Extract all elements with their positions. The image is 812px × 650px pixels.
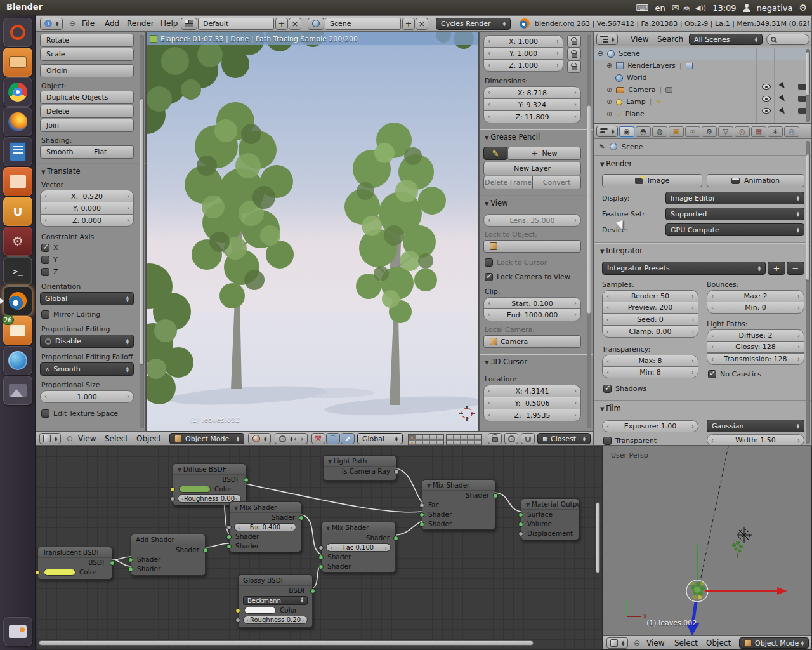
transparency-min-field[interactable]: Min: 8 bbox=[602, 366, 698, 378]
volume-icon[interactable]: ◀)) bbox=[695, 4, 706, 12]
mode-select[interactable]: Object Mode bbox=[169, 433, 244, 444]
glossy-bounces-field[interactable]: Glossy: 128 bbox=[707, 341, 804, 353]
node-light-path[interactable]: Light Path Is Camera Ray bbox=[323, 455, 396, 481]
socket-in-color[interactable] bbox=[235, 608, 240, 613]
socket-out-bsdf[interactable] bbox=[244, 477, 249, 482]
transform-orientation-select[interactable]: Global bbox=[357, 433, 403, 444]
convert-button[interactable]: Convert bbox=[533, 176, 581, 189]
tab-particles[interactable]: ∗ bbox=[768, 126, 783, 137]
launcher-updates-icon[interactable]: 26 bbox=[3, 316, 32, 345]
node-add-shader[interactable]: Add Shader Shader Shader Shader bbox=[131, 534, 206, 576]
viewport-menu-select[interactable]: Select bbox=[105, 434, 128, 443]
viewport-menu-view[interactable]: View bbox=[78, 434, 96, 443]
launcher-globe-icon[interactable] bbox=[3, 346, 32, 375]
cursor-x-field[interactable]: X: 4.3141 bbox=[483, 385, 581, 397]
scale-x-field[interactable]: X: 1.000 bbox=[483, 35, 563, 48]
translate-panel-header[interactable]: Translate bbox=[41, 167, 80, 176]
viewport-3d[interactable]: Elapsed: 01:07.33 | Done | Path Tracing … bbox=[146, 32, 479, 432]
socket-out-shader[interactable] bbox=[203, 548, 208, 553]
eye-icon[interactable] bbox=[762, 96, 771, 102]
socket-in-color[interactable] bbox=[170, 487, 175, 492]
editor-type-button[interactable]: i bbox=[40, 18, 63, 30]
viewport-shading-select[interactable] bbox=[248, 433, 271, 444]
launcher-tools-icon[interactable]: ⚙ bbox=[3, 227, 32, 256]
launcher-blender-icon[interactable] bbox=[3, 286, 32, 315]
tab-scene[interactable]: ◓ bbox=[636, 126, 651, 137]
film-panel-header[interactable]: Film bbox=[600, 404, 621, 413]
filter-width-field[interactable]: Width: 1.50 bbox=[707, 434, 804, 446]
render-animation-button[interactable]: Animation bbox=[707, 174, 804, 187]
filter-type-select[interactable]: Gaussian bbox=[707, 420, 804, 432]
node-glossy-bsdf[interactable]: Glossy BSDF BSDF Beckmann Color Roughnes… bbox=[238, 574, 313, 628]
tool-shelf-scrollbar[interactable] bbox=[140, 35, 144, 428]
scene-close-button[interactable]: × bbox=[416, 18, 428, 30]
tab-modifiers[interactable]: ⚙ bbox=[702, 126, 717, 137]
network-wifi-icon[interactable]: ((( bbox=[684, 6, 691, 10]
session-user[interactable]: negativa bbox=[757, 3, 793, 13]
scene-add-button[interactable]: + bbox=[402, 18, 415, 30]
grease-pencil-new-button[interactable]: +New bbox=[508, 147, 581, 160]
outliner-editor-type-button[interactable] bbox=[596, 34, 618, 45]
scale-x-lock-button[interactable] bbox=[567, 35, 581, 48]
integrator-panel-header[interactable]: Integrator bbox=[600, 246, 643, 255]
viewport-menu-object[interactable]: Object bbox=[136, 434, 161, 443]
layers-grid-2[interactable] bbox=[446, 434, 482, 446]
keyboard-layout[interactable]: en bbox=[655, 3, 665, 13]
glossy-distribution-select[interactable]: Beckmann bbox=[243, 596, 308, 605]
shade-smooth-button[interactable]: Smooth bbox=[40, 145, 88, 159]
outliner-menu-view[interactable]: View bbox=[631, 35, 648, 44]
proportional-editing-select[interactable]: Disable bbox=[40, 335, 134, 348]
render-panel-header[interactable]: Render bbox=[600, 159, 632, 168]
node-material-output[interactable]: Material Outpu Surface Volume Displaceme… bbox=[521, 498, 579, 540]
samples-render-field[interactable]: Render: 50 bbox=[602, 290, 698, 302]
node-mix-shader-3[interactable]: Mix Shader Shader Fac Shader Shader bbox=[422, 479, 495, 530]
socket-in-displacement[interactable] bbox=[518, 531, 523, 536]
samples-clamp-field[interactable]: Clamp: 0.00 bbox=[602, 326, 698, 338]
display-select[interactable]: Image Editor bbox=[665, 192, 804, 204]
integrator-presets-select[interactable]: Integrator Presets bbox=[602, 262, 766, 275]
pin-icon[interactable]: ✒ bbox=[597, 141, 608, 152]
tab-render[interactable]: ◉ bbox=[619, 126, 634, 137]
mini-menu-object[interactable]: Object bbox=[706, 639, 731, 647]
launcher-writer-icon[interactable] bbox=[3, 137, 32, 166]
snap-toggle-button[interactable] bbox=[521, 433, 535, 444]
scale-y-lock-button[interactable] bbox=[567, 48, 581, 60]
properties-editor-type-button[interactable] bbox=[596, 126, 618, 137]
outliner-search-field[interactable] bbox=[766, 34, 809, 45]
tree-expand-icon[interactable]: ⊕ bbox=[606, 98, 612, 106]
tab-texture[interactable]: ▦ bbox=[751, 126, 766, 137]
falloff-select[interactable]: ∧Smooth bbox=[40, 362, 134, 376]
tab-world[interactable]: ◍ bbox=[652, 126, 667, 137]
outliner-menu-search[interactable]: Search bbox=[657, 35, 683, 44]
translucent-color-swatch[interactable] bbox=[44, 569, 75, 576]
translate-z-field[interactable]: Z: 0.000 bbox=[40, 214, 134, 227]
lock-camera-to-view-checkbox[interactable] bbox=[485, 273, 493, 281]
launcher-screenshot-icon[interactable] bbox=[3, 617, 32, 646]
socket-in-shader2[interactable] bbox=[318, 564, 324, 569]
exposure-field[interactable]: Exposure: 1.00 bbox=[602, 420, 698, 432]
socket-in-shader2[interactable] bbox=[419, 522, 424, 527]
layers-grid-1[interactable] bbox=[408, 434, 444, 446]
glossy-roughness-field[interactable]: Roughness 0.20 bbox=[243, 616, 308, 624]
glossy-color-swatch[interactable] bbox=[244, 607, 276, 614]
no-caustics-checkbox[interactable] bbox=[708, 370, 716, 378]
outliner-row-renderlayers[interactable]: ⊕ RenderLayers | bbox=[594, 60, 811, 72]
scene-icon-button[interactable] bbox=[308, 18, 324, 30]
clip-start-field[interactable]: Start: 0.100 bbox=[483, 297, 581, 310]
socket-in-shader2[interactable] bbox=[128, 567, 133, 572]
manipulator-translate-toggle[interactable]: ⤱ bbox=[311, 433, 325, 444]
header-collapse-icon[interactable]: ⊖ bbox=[69, 19, 75, 28]
manipulator-rotate-toggle[interactable]: ⌒ bbox=[326, 433, 340, 444]
shade-flat-button[interactable]: Flat bbox=[88, 145, 134, 159]
mirror-editing-checkbox[interactable] bbox=[41, 310, 49, 319]
launcher-impress-icon[interactable] bbox=[3, 167, 32, 196]
layout-add-button[interactable]: + bbox=[275, 18, 288, 30]
snap-element-select[interactable]: Closest bbox=[537, 433, 591, 444]
tree-expand-icon[interactable]: ⊕ bbox=[606, 110, 612, 118]
translate-x-field[interactable]: X: -0.520 bbox=[40, 190, 134, 202]
dim-x-field[interactable]: X: 8.718 bbox=[483, 86, 581, 99]
grease-pencil-draw-button[interactable]: ✎ bbox=[483, 147, 508, 160]
orientation-select[interactable]: Global bbox=[40, 292, 134, 305]
lock-to-scene-button[interactable] bbox=[488, 433, 502, 444]
tab-material[interactable]: ◎ bbox=[735, 126, 750, 137]
